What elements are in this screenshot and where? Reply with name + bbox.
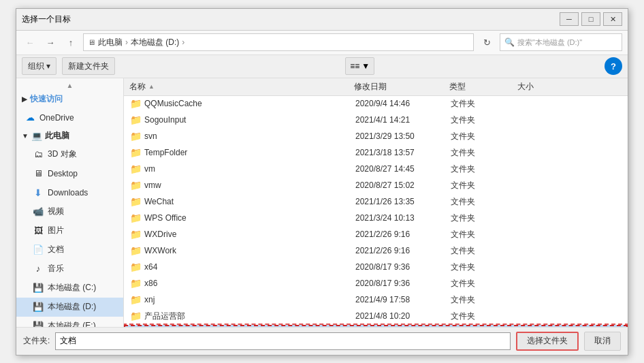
forward-button[interactable]: → [42,34,59,50]
col-date-header[interactable]: 修改日期 [354,81,449,93]
maximize-button[interactable]: □ [581,12,600,26]
local-d-icon: 💾 [33,302,44,313]
videos-label: 视频 [48,206,64,217]
file-type: 文件夹 [451,131,519,142]
table-row[interactable]: 📁 xnj 2021/4/9 17:58 文件夹 [124,292,628,309]
sidebar-item-videos[interactable]: 📹 视频 [16,202,123,221]
organize-label: 组织 ▾ [28,61,50,72]
action-bar: 组织 ▾ 新建文件夹 ≡≡ ▼ ? [16,55,628,78]
table-row[interactable]: 📁 产品运营部 2021/4/8 10:20 文件夹 [124,309,628,325]
table-row[interactable]: 📁 x86 2020/8/17 9:36 文件夹 [124,276,628,292]
this-pc-expand-icon: ▼ [22,132,29,140]
file-name: WPS Office [144,213,355,223]
this-pc-icon: 💻 [31,131,42,141]
file-type: 文件夹 [451,163,519,175]
onedrive-icon: ☁ [25,112,35,123]
sidebar-item-documents[interactable]: 📄 文档 [16,240,123,259]
search-box[interactable]: 🔍 搜索"本地磁盘 (D:)" [500,33,622,51]
quick-access-label: 快速访问 [30,93,63,105]
table-row[interactable]: 📁 WPS Office 2021/3/24 10:13 文件夹 [124,210,628,227]
col-size-header[interactable]: 大小 [517,81,572,93]
organize-button[interactable]: 组织 ▾ [22,57,57,75]
file-type: 文件夹 [451,180,519,191]
up-button[interactable]: ↑ [63,34,79,50]
file-type: 文件夹 [451,229,519,240]
quick-access-icon: ▶ [22,95,27,103]
col-name-header[interactable]: 名称 ▲ [129,81,354,93]
local-d-label: 本地磁盘 (D:) [48,301,96,313]
file-date: 2020/8/27 14:45 [355,164,451,174]
table-row[interactable]: 📁 vmw 2020/8/27 15:02 文件夹 [124,178,628,194]
3d-objects-icon: 🗂 [33,149,44,160]
sidebar-item-desktop[interactable]: 🖥 Desktop [16,164,123,183]
sidebar-item-this-pc[interactable]: ▼ 💻 此电脑 [16,127,123,145]
desktop-label: Desktop [48,169,78,178]
table-row[interactable]: 📁 SogouInput 2021/4/1 14:21 文件夹 [124,112,628,129]
dialog-window: 选择一个目标 ─ □ ✕ ← → ↑ 🖥 此电脑 › 本地磁盘 (D:) › ↻… [16,8,628,356]
onedrive-label: OneDrive [39,113,74,123]
sidebar: ▲ ▶ 快速访问 ☁ OneDrive ▼ 💻 此电脑 🗂 [16,78,124,327]
file-type: 文件夹 [451,278,519,289]
file-date: 2021/3/29 13:50 [355,131,451,141]
file-date: 2021/3/18 13:57 [355,148,451,157]
folder-icon: 📁 [129,212,142,224]
folder-icon: 📁 [129,163,142,175]
file-date: 2021/2/26 9:16 [355,230,451,239]
view-button[interactable]: ≡≡ ▼ [345,57,374,75]
file-type: 文件夹 [451,294,519,306]
file-name: WXWork [144,246,355,255]
sidebar-item-music[interactable]: ♪ 音乐 [16,259,123,279]
scroll-up-indicator[interactable]: ▲ [16,81,123,91]
title-bar: 选择一个目标 ─ □ ✕ [16,9,628,31]
bottom-area: 文件夹: 选择文件夹 取消 [16,327,628,355]
col-size-label: 大小 [517,82,534,91]
sidebar-item-local-e[interactable]: 💾 本地磁盘 (E:) [16,317,123,327]
folder-icon: 📁 [129,97,142,110]
sidebar-item-local-d[interactable]: 💾 本地磁盘 (D:) [16,298,123,317]
table-row[interactable]: 📁 svn 2021/3/29 13:50 文件夹 [124,129,628,145]
sidebar-item-local-c[interactable]: 💾 本地磁盘 (C:) [16,279,123,298]
cancel-button[interactable]: 取消 [584,332,621,351]
minimize-button[interactable]: ─ [560,12,579,26]
folder-icon: 📁 [129,195,142,208]
file-name: WXDrive [144,230,355,239]
help-label: ? [611,61,616,72]
local-e-label: 本地磁盘 (E:) [48,320,96,327]
documents-label: 文档 [48,244,64,255]
col-name-label: 名称 [129,81,146,93]
table-row[interactable]: 📁 TempFolder 2021/3/18 13:57 文件夹 [124,145,628,161]
table-row[interactable]: 📁 WXWork 2021/2/26 9:16 文件夹 [124,243,628,259]
table-row[interactable]: 📁 WXDrive 2021/2/26 9:16 文件夹 [124,227,628,243]
dialog-title: 选择一个目标 [22,14,560,25]
col-type-header[interactable]: 类型 [449,81,517,93]
new-folder-button[interactable]: 新建文件夹 [62,57,115,75]
documents-icon: 📄 [33,244,44,255]
sidebar-item-onedrive[interactable]: ☁ OneDrive [16,108,123,127]
sidebar-item-downloads[interactable]: ⬇ Downloads [16,183,123,202]
local-c-label: 本地磁盘 (C:) [48,282,96,294]
folder-icon: 📁 [129,261,142,273]
folder-input[interactable] [55,332,511,350]
folder-icon: 📁 [129,114,142,126]
sidebar-item-pictures[interactable]: 🖼 图片 [16,221,123,240]
help-button[interactable]: ? [605,57,622,75]
videos-icon: 📹 [33,206,44,217]
file-type: 文件夹 [451,212,519,224]
file-name: svn [144,131,355,141]
table-row[interactable]: 📁 vm 2020/8/27 14:45 文件夹 [124,161,628,178]
file-type: 文件夹 [451,147,519,159]
file-type: 文件夹 [451,98,519,110]
table-row[interactable]: 📁 QQMusicCache 2020/9/4 14:46 文件夹 [124,96,628,112]
address-sep2: › [182,37,184,47]
refresh-button[interactable]: ↻ [478,33,496,51]
close-button[interactable]: ✕ [603,12,622,26]
music-label: 音乐 [48,263,64,274]
sidebar-item-quick-access[interactable]: ▶ 快速访问 [16,91,123,108]
file-date: 2020/8/27 15:02 [355,180,451,190]
select-folder-button[interactable]: 选择文件夹 [516,332,579,351]
back-button[interactable]: ← [22,34,38,50]
table-row[interactable]: 📁 WeChat 2021/1/26 13:35 文件夹 [124,194,628,210]
address-bar[interactable]: 🖥 此电脑 › 本地磁盘 (D:) › [83,33,474,51]
sidebar-item-3d-objects[interactable]: 🗂 3D 对象 [16,145,123,164]
table-row[interactable]: 📁 x64 2020/8/17 9:36 文件夹 [124,259,628,276]
